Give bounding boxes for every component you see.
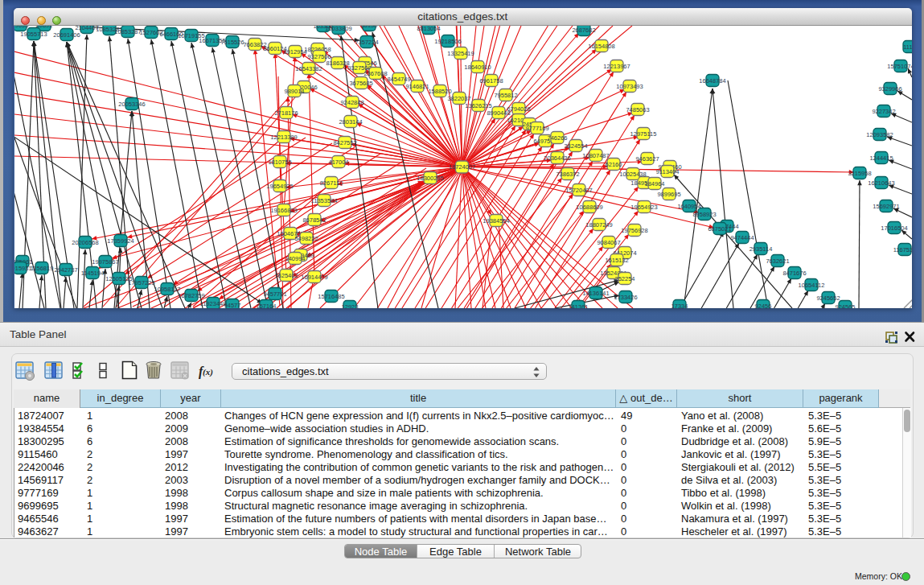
svg-text:19384554: 19384554	[483, 217, 509, 225]
svg-text:7386372: 7386372	[556, 171, 579, 178]
svg-text:9245652: 9245652	[816, 295, 840, 302]
svg-text:16033809: 16033809	[325, 26, 351, 32]
svg-text:13325419: 13325419	[447, 50, 474, 57]
svg-text:2935114: 2935114	[749, 245, 773, 253]
svg-text:7485063: 7485063	[626, 106, 649, 113]
svg-text:1810755: 1810755	[268, 159, 291, 166]
svg-text:989014: 989014	[284, 88, 304, 95]
svg-text:94577: 94577	[224, 302, 241, 309]
svg-text:(x): (x)	[203, 367, 213, 377]
svg-text:1733426: 1733426	[614, 294, 637, 301]
svg-text:9474444: 9474444	[730, 234, 754, 241]
svg-text:17957225: 17957225	[128, 279, 154, 286]
svg-text:18724007: 18724007	[449, 163, 475, 171]
svg-text:19166829: 19166829	[270, 207, 297, 214]
svg-text:11923448: 11923448	[200, 300, 227, 307]
svg-text:16914479: 16914479	[301, 274, 327, 281]
svg-text:7955812: 7955812	[494, 92, 517, 99]
svg-text:9329966: 9329966	[878, 85, 901, 93]
svg-text:2803144: 2803144	[339, 118, 362, 126]
svg-text:1117: 1117	[903, 43, 911, 51]
svg-text:15692971: 15692971	[873, 203, 899, 210]
svg-text:6875021: 6875021	[708, 225, 731, 233]
svg-text:3675685: 3675685	[349, 80, 372, 87]
svg-text:8813054: 8813054	[417, 26, 440, 32]
svg-text:19055713: 19055713	[20, 31, 47, 38]
svg-text:10025438: 10025438	[619, 171, 646, 178]
svg-text:16154808: 16154808	[588, 43, 614, 50]
svg-text:3824554: 3824554	[564, 142, 587, 150]
svg-text:9227342: 9227342	[872, 108, 895, 115]
svg-text:19975867: 19975867	[92, 258, 118, 266]
svg-text:10688609: 10688609	[576, 204, 602, 211]
svg-text:19218506: 19218506	[434, 38, 461, 45]
svg-text:9084067: 9084067	[597, 239, 620, 246]
svg-text:6794028: 6794028	[507, 105, 530, 113]
svg-text:8958923: 8958923	[692, 211, 716, 218]
svg-text:17334: 17334	[671, 303, 688, 309]
svg-text:8186328: 8186328	[326, 60, 349, 67]
svg-text:9777169: 9777169	[525, 125, 548, 132]
svg-text:16648784: 16648784	[699, 77, 725, 84]
svg-text:7357224: 7357224	[355, 39, 378, 46]
svg-text:20691406: 20691406	[53, 31, 80, 39]
svg-text:16543382: 16543382	[295, 65, 322, 72]
svg-text:1167533: 1167533	[893, 246, 912, 253]
svg-text:9113404: 9113404	[656, 168, 680, 175]
svg-text:9457791: 9457791	[263, 290, 286, 298]
svg-text:3215958: 3215958	[848, 170, 871, 177]
svg-text:7632621: 7632621	[766, 257, 789, 265]
svg-text:1244415: 1244415	[869, 154, 893, 162]
svg-text:1156819: 1156819	[31, 265, 54, 272]
svg-text:746266: 746266	[547, 134, 567, 142]
svg-text:8427552: 8427552	[333, 139, 356, 146]
svg-text:9463627: 9463627	[635, 155, 659, 163]
svg-text:17016504: 17016504	[881, 225, 907, 232]
svg-text:19654923: 19654923	[630, 204, 657, 211]
svg-text:6961758: 6961758	[479, 77, 503, 84]
svg-text:10973493: 10973493	[616, 83, 643, 90]
svg-text:18807249: 18807249	[585, 221, 612, 229]
svg-text:19055: 19055	[14, 26, 29, 29]
svg-text:8454749: 8454749	[387, 76, 410, 83]
svg-text:19654925: 19654925	[266, 183, 293, 190]
svg-text:62160: 62160	[606, 161, 622, 168]
svg-text:15751074: 15751074	[887, 63, 911, 70]
svg-text:1145194: 1145194	[81, 270, 105, 277]
svg-text:8267110: 8267110	[320, 179, 343, 187]
svg-text:9242848: 9242848	[340, 99, 363, 106]
svg-text:14136141: 14136141	[582, 290, 609, 297]
svg-text:9899695: 9899695	[657, 191, 680, 198]
svg-text:140994: 140994	[285, 255, 305, 262]
svg-text:1615132: 1615132	[605, 257, 628, 264]
svg-text:252254: 252254	[614, 275, 634, 282]
svg-text:19756928: 19756928	[621, 227, 647, 234]
svg-text:2942737: 2942737	[54, 266, 77, 274]
svg-text:15720407: 15720407	[565, 187, 592, 194]
svg-text:1640954: 1640954	[677, 203, 700, 210]
svg-text:92456: 92456	[755, 303, 772, 309]
svg-text:9146821: 9146821	[405, 83, 429, 90]
svg-text:8471676: 8471676	[782, 270, 806, 277]
svg-text:7515526: 7515526	[220, 39, 244, 46]
svg-text:16210643: 16210643	[868, 179, 894, 187]
svg-text:1588520: 1588520	[428, 88, 451, 95]
svg-text:924565: 924565	[835, 303, 855, 309]
svg-text:417004: 417004	[328, 159, 348, 166]
svg-text:20206568: 20206568	[72, 239, 98, 246]
svg-text:12093582: 12093582	[866, 131, 893, 138]
svg-text:3822037: 3822037	[447, 95, 470, 102]
svg-text:2718176: 2718176	[274, 109, 298, 117]
svg-text:5498222: 5498222	[294, 235, 318, 242]
svg-text:2367608: 2367608	[363, 70, 387, 77]
svg-text:184964: 184964	[644, 180, 664, 187]
svg-text:20364436: 20364436	[544, 154, 570, 162]
svg-text:12213967: 12213967	[603, 63, 630, 70]
svg-text:10654112: 10654112	[799, 282, 825, 289]
svg-text:10958117: 10958117	[154, 286, 181, 293]
svg-text:2687682: 2687682	[572, 27, 595, 34]
svg-text:12975115: 12975115	[630, 130, 657, 138]
svg-text:20053346: 20053346	[118, 101, 145, 108]
svg-text:12213389: 12213389	[270, 134, 297, 141]
svg-text:10807487: 10807487	[582, 152, 609, 159]
